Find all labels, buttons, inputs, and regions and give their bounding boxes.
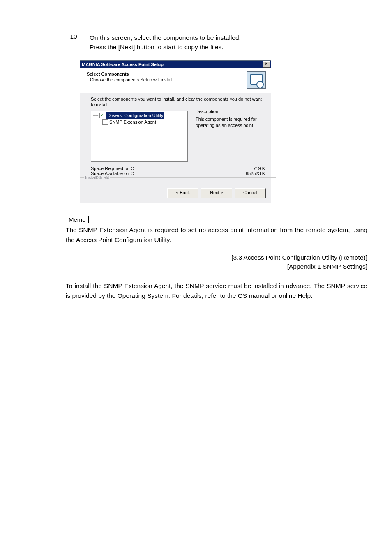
installshield-label: InstallShield: [80, 177, 276, 183]
component-tree[interactable]: –– ✓ Drivers, Configuration Utility └– S…: [91, 111, 188, 162]
cross-reference-2: [Appendix 1 SNMP Settings]: [66, 263, 367, 270]
tree-item-snmp[interactable]: └– SNMP Extension Agent: [93, 119, 186, 125]
step-10: 10. On this screen, select the component…: [66, 33, 367, 52]
dialog-header-sub: Choose the components Setup will install…: [90, 77, 244, 82]
space-required-label: Space Required on C:: [91, 166, 253, 171]
tree-item-label: SNMP Extension Agent: [109, 119, 156, 125]
close-icon[interactable]: ×: [263, 61, 270, 68]
step-text: On this screen, select the components to…: [90, 33, 367, 52]
memo-paragraph: The SNMP Extension Agent is required to …: [66, 225, 367, 245]
back-button[interactable]: < Back: [167, 188, 198, 198]
tree-item-label: Drivers, Configuration Utility: [106, 112, 164, 119]
next-button[interactable]: Next >: [201, 188, 232, 198]
window-title: MAGNIA Software Access Point Setup: [82, 62, 263, 67]
memo-label: Memo: [66, 216, 89, 223]
titlebar: MAGNIA Software Access Point Setup ×: [80, 61, 271, 68]
dialog-header-title: Select Components: [87, 71, 244, 76]
installer-dialog: MAGNIA Software Access Point Setup × Sel…: [80, 60, 271, 204]
space-available-label: Space Available on C:: [91, 171, 246, 176]
description-legend: Description: [195, 108, 219, 115]
cancel-button[interactable]: Cancel: [235, 188, 266, 198]
button-bar: < Back Next > Cancel: [80, 185, 271, 203]
space-available-value: 852523 K: [246, 171, 265, 176]
cross-reference-1: [3.3 Access Point Configuration Utility …: [66, 254, 367, 261]
step-number: 10.: [66, 33, 79, 52]
description-text: This component is required for operating…: [196, 116, 261, 129]
description-panel: Description This component is required f…: [192, 111, 265, 159]
checkbox-empty-icon[interactable]: [102, 119, 108, 125]
installer-icon: [247, 71, 266, 89]
space-required-value: 719 K: [253, 166, 265, 171]
space-info: Space Required on C: 719 K Space Availab…: [91, 166, 265, 176]
dialog-header: Select Components Choose the components …: [80, 68, 271, 93]
checkbox-checked-icon[interactable]: ✓: [99, 113, 105, 118]
snmp-paragraph: To install the SNMP Extension Agent, the…: [66, 281, 367, 301]
tree-item-drivers[interactable]: –– ✓ Drivers, Configuration Utility: [93, 112, 186, 119]
select-instruction: Select the components you want to instal…: [91, 97, 265, 108]
